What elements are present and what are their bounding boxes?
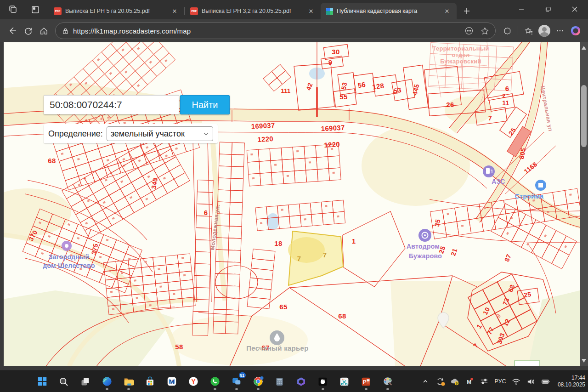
country-house-icon bbox=[62, 241, 72, 251]
workspaces-icon[interactable] bbox=[6, 2, 21, 17]
file-explorer-icon[interactable] bbox=[122, 372, 135, 391]
cadastral-map[interactable]: 3091114253561285355445266211725805116816… bbox=[0, 42, 588, 366]
messenger-app-icon[interactable]: 51 bbox=[230, 372, 243, 391]
profile-avatar[interactable] bbox=[537, 23, 552, 39]
tab-close-icon[interactable]: ✕ bbox=[442, 6, 452, 16]
edge-browser-icon[interactable] bbox=[101, 372, 113, 391]
more-options-circle-icon[interactable] bbox=[461, 23, 477, 39]
map-label: 53 bbox=[393, 86, 402, 95]
mixer-tray-icon[interactable] bbox=[480, 377, 489, 386]
tray-clock[interactable]: 17:44 08.10.2025 bbox=[558, 375, 585, 388]
map-label: 53 bbox=[340, 82, 349, 91]
chrome-icon[interactable] bbox=[252, 372, 264, 391]
tray-time: 17:44 bbox=[558, 375, 585, 381]
sync-tray-icon[interactable] bbox=[435, 377, 445, 386]
window-bottom-edge bbox=[0, 366, 588, 370]
window-left-edge bbox=[0, 42, 4, 370]
yandex-browser-icon[interactable]: Y bbox=[187, 372, 199, 391]
browser-essentials-icon[interactable] bbox=[499, 23, 515, 39]
map-label: 65 bbox=[279, 303, 287, 311]
address-bar[interactable]: https://lk1map.roscadasters.com/map bbox=[55, 23, 496, 39]
map-label: 11 bbox=[502, 99, 509, 107]
sand-quarry-icon bbox=[270, 330, 284, 345]
back-icon[interactable] bbox=[5, 23, 20, 39]
tab-pdf-2[interactable]: PDF Выписка ЕГРН 3,2 га 20.05.25.pdf ✕ bbox=[185, 3, 321, 19]
language-indicator[interactable]: РУС bbox=[494, 378, 506, 385]
scroll-down-arrow-icon[interactable] bbox=[582, 359, 586, 363]
game-app-icon[interactable] bbox=[317, 372, 329, 391]
tab-actions-icon[interactable] bbox=[28, 2, 43, 17]
whatsapp-icon[interactable] bbox=[209, 372, 221, 391]
refresh-icon[interactable] bbox=[20, 23, 36, 39]
map-label: Территориальный bbox=[432, 45, 489, 52]
microsoft-365-icon[interactable] bbox=[295, 372, 307, 391]
map-label: 9 bbox=[328, 58, 333, 66]
taskbar-search-icon[interactable] bbox=[57, 372, 70, 391]
map-label: 169037 bbox=[321, 124, 345, 133]
favorites-list-icon[interactable] bbox=[521, 23, 537, 39]
map-site-favicon bbox=[326, 8, 333, 15]
calculator-icon[interactable] bbox=[273, 372, 286, 391]
tab-cadastral-map[interactable]: Публичная кадастровая карта ✕ bbox=[321, 3, 457, 19]
cloud-sync-tray-icon[interactable]: 0 bbox=[450, 377, 459, 386]
notification-badge: 51 bbox=[239, 372, 246, 378]
svg-text:M: M bbox=[169, 378, 174, 385]
tray-date: 08.10.2025 bbox=[558, 381, 585, 388]
search-button[interactable]: Найти bbox=[180, 95, 230, 114]
map-label: Стройма bbox=[515, 193, 544, 200]
map-label: 68 bbox=[338, 312, 346, 320]
settings-menu-icon[interactable] bbox=[552, 23, 568, 39]
start-button[interactable] bbox=[36, 372, 48, 391]
map-label: 58 bbox=[175, 343, 183, 351]
map-label: 7 bbox=[488, 114, 492, 122]
copilot-icon[interactable] bbox=[568, 23, 583, 39]
map-label: Автодром bbox=[407, 243, 440, 250]
window-close-button[interactable] bbox=[561, 0, 588, 18]
microsoft-store-icon[interactable] bbox=[144, 372, 156, 391]
taskbar: M Y 51 bbox=[0, 370, 588, 392]
map-label: Загородный bbox=[49, 253, 90, 261]
tab-title: Публичная кадастровая карта bbox=[337, 8, 438, 14]
url-text: https://lk1map.roscadasters.com/map bbox=[73, 27, 461, 35]
definition-select[interactable]: земельный участок bbox=[107, 126, 213, 141]
svg-text:0: 0 bbox=[456, 381, 458, 385]
map-label: 1220 bbox=[324, 140, 340, 149]
chevron-down-icon bbox=[203, 131, 209, 137]
map-label: Бужаровский bbox=[440, 58, 481, 65]
map-label: 1 bbox=[352, 237, 356, 245]
new-tab-button[interactable] bbox=[460, 5, 473, 17]
map-label: 6 bbox=[204, 209, 208, 216]
gas-station-icon bbox=[483, 165, 495, 177]
wifi-icon[interactable] bbox=[512, 377, 521, 386]
tab-pdf-1[interactable]: PDF Выписка ЕГРН 5 га 20.05.25.pdf ✕ bbox=[48, 3, 184, 19]
home-icon[interactable] bbox=[36, 23, 51, 39]
svg-text:P: P bbox=[363, 379, 367, 385]
page-scrollbar[interactable] bbox=[580, 42, 588, 366]
volume-icon[interactable] bbox=[526, 377, 536, 386]
search-panel: Найти Определение: земельный участок bbox=[44, 95, 237, 143]
definition-label: Определение: bbox=[48, 129, 103, 139]
map-label: Песчаный карьер bbox=[246, 344, 308, 352]
window-minimize-button[interactable] bbox=[508, 0, 535, 18]
favorite-star-icon[interactable] bbox=[477, 23, 492, 39]
map-label: АЗС bbox=[492, 178, 505, 185]
task-view-icon[interactable] bbox=[79, 372, 91, 391]
tab-close-icon[interactable]: ✕ bbox=[306, 6, 316, 16]
map-label: 25 bbox=[523, 290, 531, 299]
myoffice-tray-icon[interactable]: M bbox=[465, 377, 474, 386]
myoffice-app-icon[interactable]: M bbox=[165, 372, 178, 391]
paint-icon[interactable] bbox=[381, 372, 394, 391]
window-maximize-button[interactable] bbox=[535, 0, 561, 18]
tab-title: Выписка ЕГРН 5 га 20.05.25.pdf bbox=[65, 8, 166, 14]
cadastral-search-input[interactable] bbox=[44, 95, 179, 114]
scrollbar-thumb[interactable] bbox=[581, 85, 587, 147]
map-label: 35 bbox=[433, 219, 442, 227]
tab-close-icon[interactable]: ✕ bbox=[170, 6, 180, 16]
tray-hidden-icons-chevron[interactable] bbox=[421, 377, 430, 386]
snipping-tool-icon[interactable] bbox=[338, 372, 351, 391]
battery-icon[interactable] bbox=[541, 377, 550, 386]
powerpoint-icon[interactable]: P bbox=[360, 372, 372, 391]
map-label: отдел bbox=[452, 51, 469, 58]
map-label: 169037 bbox=[251, 121, 275, 131]
scroll-up-arrow-icon[interactable] bbox=[582, 46, 586, 50]
